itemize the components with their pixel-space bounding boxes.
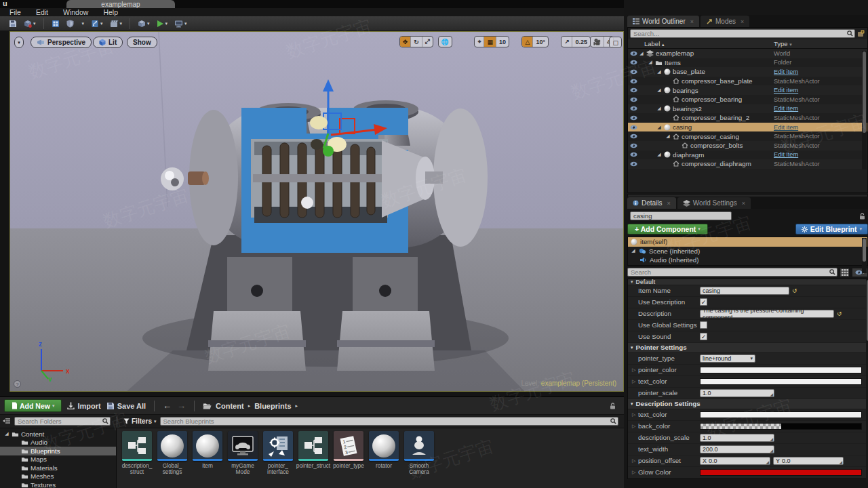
cinematics-button[interactable]: ▾ [108,18,125,30]
folder-meshes[interactable]: Meshes [0,472,116,481]
checkbox[interactable]: ✓ [700,298,707,306]
viewport-options-dropdown[interactable]: ▾ [14,37,24,48]
level-tab[interactable]: examplemap [66,0,175,8]
component-audio-inherited-[interactable]: Audio (Inherited) [628,256,867,265]
breadcrumb-content[interactable]: Content [216,402,244,410]
build-button[interactable]: ▾ [136,18,152,30]
scale-snap-value[interactable]: 0.25 [572,36,590,47]
expand-sub-icon[interactable]: ▷ [632,379,637,384]
folder-content[interactable]: ◢Content [0,430,116,439]
section-default[interactable]: ▾Default [628,279,867,285]
outliner-row-compressor_casing[interactable]: ◢compressor_casingStaticMeshActor [628,131,867,141]
save-button[interactable] [7,18,19,30]
checkbox[interactable] [700,321,707,329]
outliner-row-diaphragm[interactable]: ◢diaphragmEdit item [628,150,867,160]
folder-audio[interactable]: Audio [0,439,116,447]
prop-value-field[interactable]: X0.0◢ [700,457,770,465]
expand-sub-icon[interactable]: ▷ [632,424,637,429]
revert-icon[interactable]: ↺ [792,287,797,294]
scale-tool-icon[interactable]: ⤢ [422,36,433,47]
expand-sub-icon[interactable]: ▷ [632,470,637,475]
section-description-settings[interactable]: ▾Description Settings [628,399,867,409]
color-swatch-bar[interactable] [700,411,862,418]
expander-arrow[interactable]: ◢ [656,125,662,130]
section-pointer-settings[interactable]: ▾Pointer Settings [628,343,867,353]
components-scrollbar[interactable] [862,238,867,273]
asset-pointer_interface[interactable]: pointer_ interface [260,431,296,475]
move-tool-icon[interactable]: ✥ [400,36,412,47]
asset-pointer_struct[interactable]: pointer_struct [296,431,331,469]
search-folders[interactable] [14,417,111,426]
asset-description_struct[interactable]: description_ struct [119,431,155,475]
edit-item-link[interactable]: Edit item [774,105,867,112]
details-search-input[interactable] [628,268,829,276]
outliner-row-casing[interactable]: ◢casingEdit item [628,123,867,132]
scale-snap-control[interactable]: ↗ 0.25 [561,36,591,47]
launch-button[interactable]: ▾ [172,18,189,30]
close-tab-icon[interactable]: × [667,200,671,207]
sources-toggle-icon[interactable] [3,418,11,425]
outliner-row-compressor_base_plate[interactable]: compressor_base_plateStaticMeshActor [628,77,867,86]
breadcrumb[interactable]: Content ▸ Blueprints ▸ [203,402,298,410]
lock-icon[interactable] [859,213,865,220]
menu-help[interactable]: Help [103,8,118,16]
outliner-row-bearings[interactable]: ◢bearingsEdit item [628,85,867,95]
settings-button[interactable]: ▾ [79,18,87,30]
folder-blueprints[interactable]: Blueprints [0,447,116,455]
actor-name-input[interactable] [631,212,731,220]
asset-item[interactable]: item [190,431,225,469]
grid-snap-control[interactable]: ⌖ ▦ 10 [474,36,509,47]
marketplace-button[interactable] [64,18,76,30]
asset-smoothcamera[interactable]: Smooth Camera [401,431,437,475]
rotate-tool-icon[interactable]: ↻ [411,36,422,47]
prop-value-field[interactable]: 1.0◢ [700,434,774,442]
asset-global_settings[interactable]: Global_ settings [155,431,190,475]
outliner-row-compressor_bearing_2[interactable]: compressor_bearing_2StaticMeshActor [628,113,867,123]
menu-edit[interactable]: Edit [36,8,48,16]
prop-value-field[interactable]: 200.0◢ [700,445,774,453]
maximize-viewport-button[interactable]: ▢ [609,37,622,48]
outliner-row-Items[interactable]: ◢ItemsFolder [628,58,867,68]
expander-arrow[interactable]: ◢ [639,51,644,56]
outliner-row-compressor_diaphragm[interactable]: compressor_diaphragmStaticMeshActor [628,159,867,169]
color-swatch-bar[interactable] [700,378,862,385]
edit-item-link[interactable]: Edit item [774,87,867,94]
search-assets[interactable] [160,417,618,426]
edit-item-link[interactable]: Edit item [774,124,867,131]
forward-button[interactable]: → [177,401,186,411]
expander-arrow[interactable]: ◢ [656,152,662,157]
maximize-icon[interactable]: ▢ [610,37,621,48]
folder-materials[interactable]: Materials [0,464,116,472]
outliner-columns[interactable]: Label ▴ Type ▾ [628,39,867,49]
add-new-button[interactable]: Add New▾ [4,399,62,412]
asset-pointer_type[interactable]: 123pointer_type [331,431,366,469]
color-swatch-bar[interactable] [700,469,862,476]
prop-value-field[interactable]: 1.0◢ [700,389,774,397]
transform-tools[interactable]: ✥ ↻ ⤢ [399,36,433,47]
expander-arrow[interactable]: ◢ [656,69,662,75]
show-button[interactable]: Show [127,37,157,48]
angle-snap-control[interactable]: △ 10° [521,36,549,47]
blueprints-button[interactable]: ▾ [89,18,105,30]
expand-sub-icon[interactable]: ▷ [632,367,637,373]
grid-snap-icon[interactable]: ▦ [484,36,496,47]
details-grid-button[interactable] [840,268,850,277]
outliner-search[interactable] [630,29,855,38]
checkbox[interactable]: ✓ [700,333,707,340]
globe-icon[interactable]: 🌐 [439,36,452,47]
details-tab-world-settings[interactable]: World Settings× [677,197,751,209]
expand-sub-icon[interactable]: ▷ [632,412,637,418]
outliner-row-bearings2[interactable]: ◢bearings2Edit item [628,104,867,114]
expander-arrow[interactable]: ◢ [665,134,671,139]
outliner-row-examplemap[interactable]: ◢examplemapWorld [628,49,867,58]
folder-maps[interactable]: Maps [0,455,116,464]
world-local-toggle[interactable]: 🌐 [438,36,452,47]
outliner-row-base_plate[interactable]: ◢base_plateEdit item [628,67,867,77]
viewport-help-icon[interactable]: ? [14,380,21,388]
search-assets-input[interactable] [161,418,610,425]
color-swatch-bar[interactable] [700,423,862,430]
prop-value-field[interactable]: casing [700,287,789,295]
color-swatch-bar[interactable] [700,367,862,373]
expand-sub-icon[interactable]: ▷ [632,458,637,464]
surface-snap-icon[interactable]: ⌖ [475,36,484,47]
